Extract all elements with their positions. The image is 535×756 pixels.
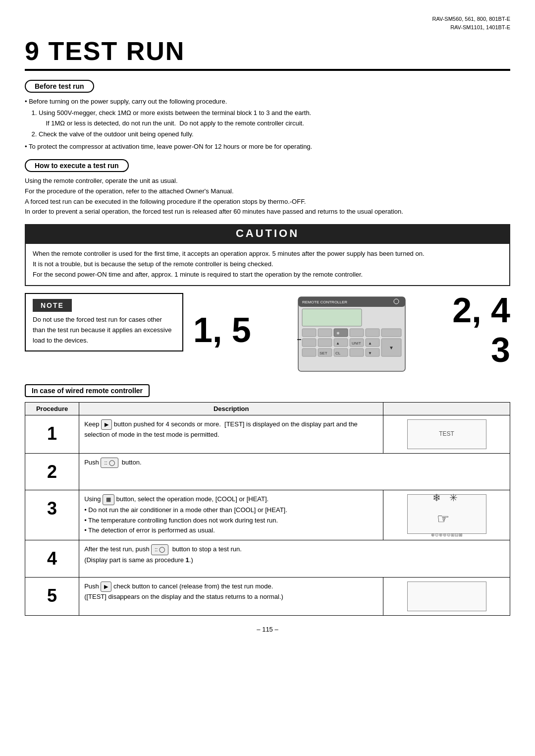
mode-diagram-3: ❄ ✳ ☞ ⊕⊙⊛⊜⊝⊞⊟⊠ bbox=[407, 494, 486, 534]
btn-power-icon: :: ◯ bbox=[101, 458, 118, 468]
before-numbered-1: Using 500V-megger, check 1MΩ or more exi… bbox=[39, 108, 510, 129]
page-footer: – 115 – bbox=[25, 626, 510, 633]
svg-text:SET: SET bbox=[320, 351, 327, 355]
btn-check2-icon: ▶ bbox=[101, 582, 111, 592]
wired-section: In case of wired remote controller Proce… bbox=[25, 384, 510, 616]
svg-text:▼: ▼ bbox=[389, 345, 394, 350]
mode-icons: ❄ ✳ bbox=[432, 490, 461, 506]
before-numbered-2: Check the valve of the outdoor unit bein… bbox=[39, 129, 510, 140]
display-box-5 bbox=[407, 582, 486, 611]
display-box-1: TEST bbox=[407, 419, 486, 449]
proc-desc-4: After the test run, push :: ◯ button to … bbox=[79, 540, 510, 578]
execute-line2: For the procedure of the operation, refe… bbox=[25, 186, 510, 197]
model-info: RAV-SM560, 561, 800, 801BT-E RAV-SM1101,… bbox=[25, 15, 510, 31]
table-row: 4 After the test run, push :: ◯ button t… bbox=[25, 540, 510, 578]
btn-check-icon: ▶ bbox=[101, 419, 112, 430]
how-to-execute-label: How to execute a test run bbox=[25, 159, 129, 172]
display-label-1: TEST bbox=[439, 429, 454, 439]
svg-rect-9 bbox=[366, 329, 379, 337]
diagram-num-24: 2, 4 bbox=[452, 293, 510, 328]
note-label: NOTE bbox=[33, 299, 72, 312]
proc-num-1: 1 bbox=[25, 415, 79, 453]
svg-text:UNIT: UNIT bbox=[352, 341, 361, 346]
display-empty-label bbox=[446, 592, 447, 600]
btn-mode-icon: ▦ bbox=[103, 494, 114, 505]
svg-text:▲: ▲ bbox=[336, 341, 340, 346]
proc-img-3: ❄ ✳ ☞ ⊕⊙⊛⊜⊝⊞⊟⊠ bbox=[383, 490, 510, 540]
before-test-run-content: Before turning on the power supply, carr… bbox=[25, 97, 510, 152]
title-number: 9 bbox=[25, 37, 40, 65]
model-line1: RAV-SM560, 561, 800, 801BT-E bbox=[25, 15, 510, 23]
svg-text:CL: CL bbox=[335, 351, 341, 355]
svg-text:▲: ▲ bbox=[368, 341, 372, 346]
table-row: 5 Push ▶ check button to cancel (release… bbox=[25, 577, 510, 615]
svg-text:▼: ▼ bbox=[368, 351, 372, 355]
proc-desc-2: Push :: ◯ button. bbox=[79, 453, 510, 490]
before-test-run-label: Before test run bbox=[25, 80, 94, 93]
how-to-execute-content: Using the remote controller, operate the… bbox=[25, 176, 510, 217]
header-procedure: Procedure bbox=[25, 402, 79, 415]
caution-content: When the remote controller is used for t… bbox=[25, 243, 510, 286]
note-box: NOTE Do not use the forced test run for … bbox=[25, 293, 183, 352]
page-title: 9 TEST RUN bbox=[25, 36, 510, 71]
proc-num-5: 5 bbox=[25, 577, 79, 615]
svg-rect-5 bbox=[302, 329, 316, 337]
header-image bbox=[383, 402, 510, 415]
svg-rect-13 bbox=[318, 339, 332, 347]
remote-diagram-area: 1, 5 REMOTE CONTROLLER ❄ bbox=[193, 293, 510, 377]
svg-rect-25 bbox=[350, 349, 364, 356]
proc-num-3: 3 bbox=[25, 490, 79, 540]
diagram-num-3: 3 bbox=[491, 333, 510, 367]
wired-section-label: In case of wired remote controller bbox=[25, 384, 150, 397]
proc-desc-1: Keep ▶ button pushed for 4 seconds or mo… bbox=[79, 415, 383, 453]
caution-line1: When the remote controller is used for t… bbox=[33, 249, 502, 259]
page-number: – 115 – bbox=[257, 626, 278, 633]
svg-text:❄: ❄ bbox=[336, 331, 340, 336]
svg-rect-10 bbox=[381, 329, 401, 337]
table-row: 1 Keep ▶ button pushed for 4 seconds or … bbox=[25, 415, 510, 453]
btn-power2-icon: :: ◯ bbox=[151, 544, 168, 555]
proc-img-5 bbox=[383, 577, 510, 615]
svg-rect-4 bbox=[302, 309, 362, 326]
before-bullet-footer: To protect the compressor at activation … bbox=[25, 142, 510, 152]
svg-text:☞: ☞ bbox=[437, 511, 449, 526]
header-description: Description bbox=[79, 402, 383, 415]
note-text: Do not use the forced test run for cases… bbox=[33, 315, 175, 346]
proc-num-4: 4 bbox=[25, 540, 79, 578]
execute-line3: A forced test run can be executed in the… bbox=[25, 197, 510, 207]
proc-num-2: 2 bbox=[25, 453, 79, 490]
svg-text:REMOTE CONTROLLER: REMOTE CONTROLLER bbox=[302, 300, 347, 304]
svg-rect-20 bbox=[302, 349, 316, 356]
caution-line2: It is not a trouble, but is because the … bbox=[33, 259, 502, 270]
execute-line4: In order to prevent a serial operation, … bbox=[25, 207, 510, 217]
proc-desc-3: Using ▦ button, select the operation mod… bbox=[79, 490, 383, 540]
svg-rect-8 bbox=[350, 329, 364, 337]
caution-section: CAUTION When the remote controller is us… bbox=[25, 224, 510, 286]
svg-rect-6 bbox=[318, 329, 332, 337]
execute-line1: Using the remote controller, operate the… bbox=[25, 176, 510, 186]
caution-line3: For the second power-ON time and after, … bbox=[33, 270, 502, 280]
remote-controller-svg: REMOTE CONTROLLER ❄ ▲ UNIT ▲ bbox=[297, 296, 406, 373]
before-test-run-section: Before test run Before turning on the po… bbox=[25, 80, 510, 152]
caution-label: CAUTION bbox=[25, 224, 510, 243]
proc-img-1: TEST bbox=[383, 415, 510, 453]
model-line2: RAV-SM1101, 1401BT-E bbox=[25, 23, 510, 32]
note-diagram-area: NOTE Do not use the forced test run for … bbox=[25, 293, 510, 377]
before-bullet-1: Before turning on the power supply, carr… bbox=[25, 97, 510, 107]
mode-sub-label: ⊕⊙⊛⊜⊝⊞⊟⊠ bbox=[431, 531, 463, 538]
proc-desc-5: Push ▶ check button to cancel (release f… bbox=[79, 577, 383, 615]
procedure-table: Procedure Description 1 Keep ▶ button pu… bbox=[25, 402, 510, 616]
hand-svg: ☞ bbox=[437, 509, 457, 528]
svg-rect-12 bbox=[302, 339, 316, 347]
diagram-num-15: 1, 5 bbox=[193, 313, 251, 348]
title-text: TEST RUN bbox=[48, 37, 185, 65]
mode-hand-icon: ☞ bbox=[437, 509, 457, 531]
table-row: 3 Using ▦ button, select the operation m… bbox=[25, 490, 510, 540]
table-row: 2 Push :: ◯ button. bbox=[25, 453, 510, 490]
how-to-execute-section: How to execute a test run Using the remo… bbox=[25, 159, 510, 217]
